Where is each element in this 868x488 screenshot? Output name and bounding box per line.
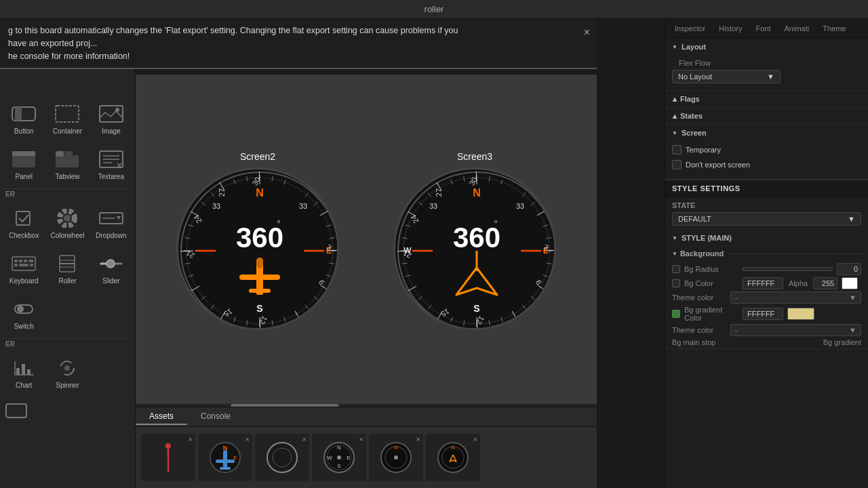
svg-rect-2 <box>56 106 79 122</box>
bg-gradient-swatch[interactable] <box>787 308 814 320</box>
component-image[interactable]: Image <box>90 96 132 140</box>
svg-point-187 <box>394 455 398 460</box>
component-button[interactable]: Button <box>3 96 45 140</box>
theme-color-label-2: Theme color <box>672 326 726 334</box>
tab-assets[interactable]: Assets <box>136 409 187 425</box>
svg-rect-7 <box>56 155 79 167</box>
component-keyboard[interactable]: Keyboard <box>3 246 45 290</box>
panel-icon <box>10 147 37 171</box>
svg-rect-8 <box>56 151 64 157</box>
background-title[interactable]: ▼ Background <box>665 246 868 261</box>
svg-rect-6 <box>12 151 35 156</box>
theme-color-arrow-1: ▼ <box>849 293 856 302</box>
bg-color-swatch[interactable] <box>842 277 858 289</box>
flags-arrow: ▶ <box>671 97 677 101</box>
image-icon <box>98 102 125 126</box>
tab-animati[interactable]: Animati <box>778 19 816 38</box>
bg-gradient-checkbox[interactable] <box>672 310 680 318</box>
style-main-title[interactable]: ▼ STYLE (MAIN) <box>665 230 868 246</box>
asset-thumb-2[interactable]: × N S E <box>198 434 252 481</box>
bg-radius-slider[interactable] <box>743 267 833 271</box>
component-panel[interactable]: Panel <box>3 142 45 186</box>
layout-select[interactable]: No Layout ▼ <box>672 70 781 83</box>
dropdown-icon <box>98 206 125 230</box>
svg-rect-173 <box>216 460 235 463</box>
flags-section-title[interactable]: ▶ Flags <box>665 91 868 107</box>
svg-text:E: E <box>347 455 350 461</box>
theme-color-select-2[interactable]: - ▼ <box>730 324 861 336</box>
svg-text:33: 33 <box>516 202 524 210</box>
component-switch[interactable]: Switch <box>3 291 45 336</box>
component-tabview[interactable]: Tabview <box>46 142 88 186</box>
svg-rect-22 <box>24 260 27 262</box>
close-warning-button[interactable]: × <box>584 24 590 41</box>
container-icon <box>54 102 81 126</box>
component-spinner[interactable]: Spinner <box>46 350 88 394</box>
slider-label: Slider <box>102 277 120 285</box>
right-panel-tabs: Inspector History Font Animati Theme <box>665 19 868 39</box>
component-colorwheel[interactable]: Colorwheel <box>46 201 88 245</box>
theme-color-value-1: - <box>735 293 738 302</box>
alpha-value[interactable]: 255 <box>813 277 837 289</box>
component-slider[interactable]: Slider <box>90 246 132 290</box>
asset-2-close[interactable]: × <box>245 435 250 443</box>
style-settings-label: STYLE SETTINGS <box>672 184 741 192</box>
asset-6-close[interactable]: × <box>473 435 477 443</box>
asset-thumb-1[interactable]: × <box>141 434 195 481</box>
asset-thumb-6[interactable]: × N <box>426 434 480 481</box>
component-roller[interactable]: Roller <box>46 246 88 290</box>
svg-point-104 <box>256 258 263 268</box>
chart-label: Chart <box>16 382 32 389</box>
component-checkbox[interactable]: Checkbox <box>3 201 45 245</box>
layout-section-title[interactable]: ▼ Layout <box>665 39 868 55</box>
layout-select-arrow: ▼ <box>767 73 774 81</box>
bg-main-stop-label: Bg main stop <box>672 338 726 346</box>
bg-color-checkbox[interactable] <box>672 279 680 287</box>
temporary-row: Temporary <box>672 144 861 156</box>
bg-radius-row: Bg Radius 0 <box>672 263 861 275</box>
bg-color-value: FFFFFF <box>747 279 774 287</box>
tab-theme[interactable]: Theme <box>816 19 852 38</box>
states-arrow: ▶ <box>671 114 677 118</box>
bg-color-input[interactable]: FFFFFF <box>743 277 783 289</box>
asset-1-content <box>148 439 189 476</box>
component-extra[interactable] <box>3 399 45 424</box>
component-dropdown[interactable]: Dropdown <box>90 201 132 245</box>
asset-5-close[interactable]: × <box>416 435 420 443</box>
tab-history[interactable]: History <box>712 19 749 38</box>
asset-1-close[interactable]: × <box>189 435 193 443</box>
background-arrow: ▼ <box>672 251 677 257</box>
screen-section-title[interactable]: ▼ Screen <box>665 125 868 141</box>
asset-thumb-4[interactable]: × N S E W <box>312 434 366 481</box>
svg-text:33: 33 <box>299 202 307 210</box>
bottom-tabs: Assets Console <box>136 407 597 427</box>
svg-rect-20 <box>14 260 18 262</box>
svg-text:N: N <box>473 187 481 199</box>
dont-export-checkbox[interactable] <box>672 160 682 169</box>
asset-3-close[interactable]: × <box>302 435 307 443</box>
bg-radius-value[interactable]: 0 <box>837 263 861 275</box>
svg-text:33: 33 <box>429 202 437 210</box>
component-container[interactable]: Container <box>46 96 88 140</box>
asset-3-content <box>262 439 302 476</box>
tab-inspector[interactable]: Inspector <box>668 19 712 38</box>
theme-color-select-1[interactable]: - ▼ <box>730 291 861 304</box>
component-textarea[interactable]: Textarea <box>90 142 132 186</box>
svg-text:N: N <box>451 445 455 451</box>
tab-font[interactable]: Font <box>749 19 777 38</box>
svg-point-167 <box>165 443 171 449</box>
extra-icon <box>3 399 30 423</box>
svg-rect-174 <box>220 467 231 470</box>
asset-4-close[interactable]: × <box>359 435 363 443</box>
svg-text:N: N <box>394 445 398 451</box>
bg-gradient-input[interactable]: FFFFFF <box>743 308 783 320</box>
component-chart[interactable]: Chart <box>3 350 45 394</box>
asset-thumb-3[interactable]: × <box>255 434 309 481</box>
asset-thumb-5[interactable]: × N <box>369 434 423 481</box>
states-section-title[interactable]: ▶ States <box>665 108 868 124</box>
state-select[interactable]: DEFAULT ▼ <box>672 212 861 226</box>
tab-console[interactable]: Console <box>187 409 244 425</box>
temporary-checkbox[interactable] <box>672 145 682 155</box>
bg-radius-checkbox[interactable] <box>672 265 680 273</box>
theme-color-row-1: Theme color - ▼ <box>672 291 861 304</box>
